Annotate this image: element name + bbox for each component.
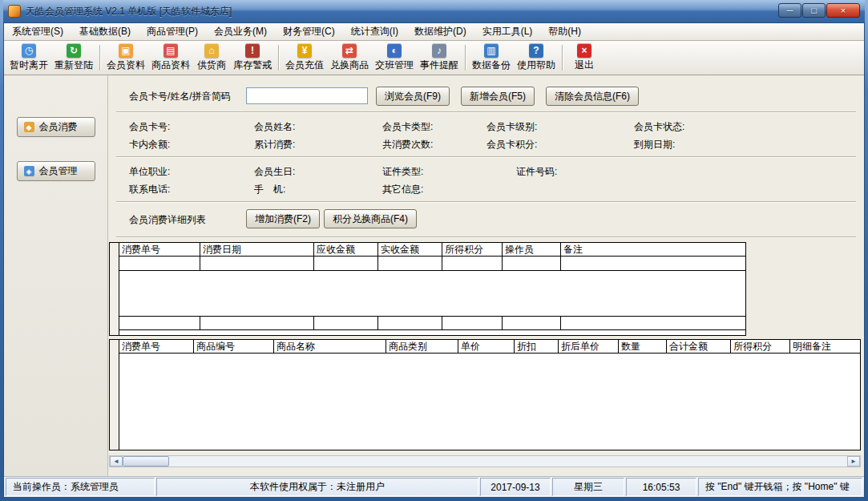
label-expire-date: 到期日期:: [634, 138, 675, 152]
menu-help[interactable]: 帮助(H): [540, 23, 589, 40]
column-header: 所得积分: [731, 340, 790, 353]
add-member-button[interactable]: 新增会员(F5): [461, 87, 535, 106]
relogin-icon: ↻: [67, 43, 81, 58]
consume-table: 消费单号 消费日期 应收金额 实收金额 所得积分 操作员 备注: [109, 242, 746, 336]
help-icon: ?: [529, 43, 543, 58]
label-other-info: 其它信息:: [382, 183, 423, 196]
horizontal-scrollbar[interactable]: ◄ ►: [109, 455, 861, 467]
toolbar-separator: [278, 45, 279, 71]
member-consume-icon: ◆: [24, 122, 34, 132]
member-manage-label: 会员管理: [39, 164, 78, 178]
browse-member-button[interactable]: 浏览会员(F9): [376, 87, 450, 106]
toolbar-separator: [562, 45, 563, 71]
column-header: 单价: [458, 340, 515, 353]
toolbar-data-backup[interactable]: ▥ 数据备份: [469, 42, 514, 73]
toolbar-relogin[interactable]: ↻ 重新登陆: [51, 42, 96, 73]
grid-cell: [314, 317, 378, 329]
toolbar-recharge[interactable]: ¥ 会员充值: [282, 42, 327, 73]
toolbar-shift-manage[interactable]: ◐ 交班管理: [372, 42, 417, 73]
scroll-left-arrow[interactable]: ◄: [110, 456, 123, 467]
search-row: 会员卡号/姓名/拼音简码 浏览会员(F9) 新增会员(F5) 清除会员信息(F6…: [113, 87, 859, 107]
toolbar-pause-leave[interactable]: ◷ 暂时离开: [6, 42, 51, 73]
supplier-icon: ⌂: [204, 43, 219, 58]
toolbar-member-profile[interactable]: ▣ 会员资料: [103, 42, 148, 73]
menu-member-business[interactable]: 会员业务(M): [206, 23, 275, 40]
toolbar-label: 数据备份: [472, 59, 511, 72]
maximize-button[interactable]: □: [802, 3, 826, 18]
add-consume-button[interactable]: 增加消费(F2): [246, 209, 320, 228]
toolbar: ◷ 暂时离开 ↻ 重新登陆 ▣ 会员资料 ▤ 商品资料 ⌂ 供货商 !: [4, 41, 864, 75]
scroll-right-arrow[interactable]: ►: [847, 456, 860, 467]
column-header: 商品编号: [194, 340, 274, 353]
scroll-track[interactable]: [123, 456, 847, 467]
label-phone: 联系电话:: [129, 183, 170, 196]
toolbar-label: 会员充值: [285, 59, 324, 72]
toolbar-exit[interactable]: × 退出: [566, 42, 603, 73]
toolbar-separator: [99, 45, 100, 71]
label-card-level: 会员卡级别:: [486, 120, 537, 134]
grid-cell: [442, 257, 503, 270]
label-total-consume: 累计消费:: [254, 138, 295, 152]
toolbar-help[interactable]: ? 使用帮助: [514, 42, 559, 73]
status-time: 16:05:53: [626, 478, 696, 496]
column-header: 合计金额: [667, 340, 731, 353]
toolbar-label: 使用帮助: [517, 59, 555, 72]
column-header: 折后单价: [559, 340, 619, 353]
separator: [116, 156, 856, 158]
menu-finance[interactable]: 财务管理(C): [275, 23, 343, 40]
column-header: 明细备注: [790, 340, 860, 353]
detail-section-title: 会员消费详细列表: [129, 213, 206, 227]
clear-member-button[interactable]: 清除会员信息(F6): [546, 87, 639, 106]
menu-basic-data[interactable]: 基础数据(B): [71, 23, 139, 40]
status-date: 2017-09-13: [480, 478, 551, 496]
close-button[interactable]: ×: [826, 3, 860, 18]
toolbar-supplier[interactable]: ⌂ 供货商: [193, 42, 230, 73]
toolbar-label: 交班管理: [375, 59, 414, 72]
toolbar-label: 会员资料: [107, 59, 145, 72]
separator: [116, 111, 856, 113]
items-table-header: 消费单号 商品编号 商品名称 商品类别 单价 折扣 折后单价 数量 合计金额 所…: [119, 340, 860, 354]
main-area: ◆ 会员消费 ◈ 会员管理 会员卡号/姓名/拼音简码 浏览会员(F9) 新增会员…: [4, 75, 864, 476]
label-member-name: 会员姓名:: [254, 120, 295, 134]
label-card-points: 会员卡积分:: [486, 138, 537, 152]
member-manage-button[interactable]: ◈ 会员管理: [17, 161, 95, 181]
shift-manage-icon: ◐: [387, 43, 402, 58]
scroll-thumb[interactable]: [123, 456, 169, 467]
titlebar: 天皓会员管理系统 V2.1 单机版 [天皓软件城东店] ─ □ ×: [3, 0, 865, 22]
label-occupation: 单位职业:: [129, 165, 170, 179]
toolbar-exchange-goods[interactable]: ⇄ 兑换商品: [327, 42, 372, 73]
toolbar-label: 暂时离开: [10, 59, 48, 72]
menu-goods-manage[interactable]: 商品管理(P): [139, 23, 206, 40]
table-row[interactable]: [119, 257, 745, 271]
member-info-row-1: 会员卡号: 会员姓名: 会员卡类型: 会员卡级别: 会员卡状态:: [113, 117, 859, 135]
sidebar: ◆ 会员消费 ◈ 会员管理: [4, 75, 108, 476]
member-info-row-4: 联系电话: 手 机: 其它信息:: [113, 180, 859, 197]
member-consume-button[interactable]: ◆ 会员消费: [17, 117, 95, 137]
toolbar-goods-profile[interactable]: ▤ 商品资料: [148, 42, 193, 73]
toolbar-stock-alert[interactable]: ! 库存警戒: [230, 42, 275, 73]
toolbar-event-reminder[interactable]: ♪ 事件提醒: [417, 42, 462, 73]
app-window: 天皓会员管理系统 V2.1 单机版 [天皓软件城东店] ─ □ × 系统管理(S…: [0, 0, 868, 501]
member-info-row-3: 单位职业: 会员生日: 证件类型: 证件号码:: [113, 162, 859, 180]
menu-tools[interactable]: 实用工具(L): [474, 23, 541, 40]
app-body: 系统管理(S) 基础数据(B) 商品管理(P) 会员业务(M) 财务管理(C) …: [3, 22, 865, 498]
column-header: 应收金额: [314, 243, 378, 256]
menu-data-maintain[interactable]: 数据维护(D): [406, 23, 474, 40]
menu-stats-query[interactable]: 统计查询(I): [343, 23, 406, 40]
consume-table-body: [119, 271, 745, 316]
toolbar-label: 供货商: [197, 59, 226, 72]
search-label: 会员卡号/姓名/拼音简码: [129, 90, 231, 103]
menu-system[interactable]: 系统管理(S): [4, 23, 71, 40]
points-exchange-button[interactable]: 积分兑换商品(F4): [324, 209, 417, 228]
consume-table-footer-space: [119, 330, 745, 335]
app-icon: [8, 5, 21, 18]
toolbar-label: 退出: [575, 59, 594, 72]
member-search-input[interactable]: [246, 87, 368, 104]
window-controls: ─ □ ×: [778, 3, 860, 18]
grid-cell: [378, 257, 442, 270]
column-header: 折扣: [515, 340, 559, 353]
label-id-number: 证件号码:: [516, 165, 557, 179]
minimize-button[interactable]: ─: [778, 3, 801, 18]
table-row[interactable]: [119, 316, 745, 330]
member-profile-icon: ▣: [119, 43, 133, 58]
